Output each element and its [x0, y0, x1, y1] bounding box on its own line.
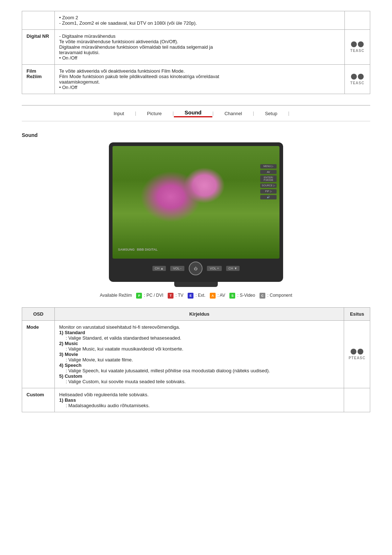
tv-logo-digital: BBB DIGITAL: [137, 248, 158, 251]
enter-btn[interactable]: ENTER/P.MODE: [260, 175, 277, 182]
tv-screen: MENU ▷ AV ENTER/P.MODE SOURCE ▷ PIP ▷ 🔊 …: [113, 146, 279, 259]
badge-t-label: : TV: [175, 293, 183, 298]
badge-s-label: : S-Video: [237, 293, 255, 298]
table-row: FilmRežiim Te võite aktiveerida või deak…: [22, 65, 370, 94]
teasc-text: TEASC: [350, 49, 364, 53]
source-btn[interactable]: SOURCE ▷: [260, 183, 277, 188]
film-line2: Film Mode funktsioon pakub teile pildikv…: [59, 74, 219, 79]
tv-logo-area: SAMSUNG BBB DIGITAL: [118, 248, 158, 251]
header-osd: OSD: [22, 308, 55, 321]
circle5: [351, 349, 356, 355]
teasc-badge: TEASC: [350, 41, 364, 53]
film-line1: Te võite aktiveerida või deaktiveerida f…: [59, 68, 185, 74]
tv-screen-inner: [113, 146, 279, 259]
custom-row: Custom Heliseaded võib reguleerida teile…: [22, 388, 370, 412]
mode-5-desc: : Valige Custom, kui soovite muuta seade…: [59, 379, 339, 384]
ch-up-btn[interactable]: CH ▲: [152, 266, 166, 271]
badge-c-label: : Component: [267, 293, 292, 298]
menu-btn[interactable]: MENU ▷: [260, 164, 277, 169]
mode-label: Mode: [22, 321, 55, 388]
mode-line0: Monitor on varustatud siseehitatud hi-fi…: [59, 324, 180, 330]
mode-content: Monitor on varustatud siseehitatud hi-fi…: [55, 321, 344, 388]
available-label: Available Režiim: [100, 293, 132, 298]
av-btn[interactable]: AV: [260, 170, 277, 174]
circle6: [358, 349, 363, 355]
pteasc-text: PTEASC: [348, 356, 366, 360]
zoom2-bullet: • Zoom 2: [59, 15, 78, 20]
row-content: • Zoom 2 - Zoom1, Zoom2 ei ole saadaval,…: [55, 11, 345, 30]
mode-row: Mode Monitor on varustatud siseehitatud …: [22, 321, 370, 388]
mode-4-desc: : Valige Speech, kui vaatate jutusaateid…: [59, 368, 339, 373]
pip-btn[interactable]: PIP ▷: [260, 189, 277, 194]
film-reziim-label: FilmRežiim: [22, 65, 55, 94]
header-kirjeldus: Kirjeldus: [55, 308, 344, 321]
nav-sep5: |: [288, 111, 289, 116]
custom-icon-cell: [344, 388, 370, 412]
digital-nr-bullet: • On /Off: [59, 55, 77, 61]
tv-image-container: MENU ▷ AV ENTER/P.MODE SOURCE ▷ PIP ▷ 🔊 …: [22, 142, 370, 287]
film-line3: vaatamiskogemust.: [59, 79, 100, 85]
badge-a: A: [210, 293, 216, 299]
nav-sound[interactable]: Sound: [174, 109, 213, 117]
mode-3-desc: : Valige Movie, kui vaatate filme.: [59, 357, 339, 362]
badge-s: S: [229, 293, 235, 299]
tv-side-buttons: MENU ▷ AV ENTER/P.MODE SOURCE ▷ PIP ▷ 🔊: [260, 164, 277, 199]
digital-nr-line1: - Digitaalne müravähendus: [59, 33, 115, 39]
film-bullet: • On /Off: [59, 85, 77, 90]
mode-5-header: 5) Custom: [59, 373, 82, 379]
circle3: [351, 74, 357, 80]
nav-input[interactable]: Input: [103, 111, 135, 116]
mode-4-header: 4) Speech: [59, 362, 81, 368]
tv-stand: [174, 282, 218, 287]
digital-nr-line3: Digitaalne müravähenduse funktsioon võim…: [59, 44, 213, 50]
circle2: [358, 41, 364, 47]
zoom2-desc: - Zoom1, Zoom2 ei ole saadaval, kui DTV …: [59, 20, 197, 26]
mode-1-header: 1) Standard: [59, 330, 85, 335]
row-label: [22, 11, 55, 30]
digital-nr-line2: Te võite müravähenduse funktsiooni aktiv…: [59, 39, 178, 44]
film-icon-cell: TEASC: [345, 65, 370, 94]
icon-cell-empty: [345, 11, 370, 30]
badge-e-label: : Ext.: [196, 293, 205, 298]
digital-nr-label: Digital NR: [22, 30, 55, 65]
badge-a-label: : AV: [217, 293, 225, 298]
mode-3-header: 3) Movie: [59, 352, 78, 357]
pteasc-badge: PTEASC: [348, 349, 366, 360]
nav-channel[interactable]: Channel: [213, 111, 253, 116]
page-wrap: • Zoom 2 - Zoom1, Zoom2 ei ole saadaval,…: [0, 0, 392, 423]
ch-down-btn[interactable]: CH ▼: [226, 266, 239, 271]
custom-content: Heliseaded võib reguleerida teile sobiva…: [55, 388, 344, 412]
custom-bass-desc: : Madalsagedusliku audio rõhutamiseks.: [59, 403, 339, 408]
bottom-table: OSD Kirjeldus Esitus Mode Monitor on var…: [22, 307, 370, 412]
badge-t: T: [168, 293, 173, 299]
badge-p: P: [136, 293, 142, 299]
circle4: [358, 74, 364, 80]
custom-label: Custom: [22, 388, 55, 412]
teasc-circles: [351, 41, 364, 47]
top-table: • Zoom 2 - Zoom1, Zoom2 ei ole saadaval,…: [22, 11, 370, 94]
digital-nr-content: - Digitaalne müravähendus Te võite mürav…: [55, 30, 345, 65]
available-bar: Available Režiim P : PC / DVI T : TV E :…: [22, 293, 370, 299]
tv-logo-samsung: SAMSUNG: [118, 248, 135, 251]
custom-bass-header: 1) Bass: [59, 397, 76, 403]
table-header-row: OSD Kirjeldus Esitus: [22, 308, 370, 321]
teasc-circles-2: [351, 74, 364, 80]
sound-section: Sound MENU ▷ AV ENTER/P.MODE SOURCE ▷ PI…: [22, 132, 370, 299]
teasc-text-2: TEASC: [350, 81, 364, 85]
header-esitus: Esitus: [344, 308, 370, 321]
speaker-btn[interactable]: 🔊: [260, 195, 277, 199]
badge-e: E: [188, 293, 193, 299]
center-btn[interactable]: ⏻: [189, 262, 203, 275]
vol-right-btn[interactable]: VOL +: [207, 266, 222, 271]
vol-left-btn[interactable]: VOL -: [170, 266, 184, 271]
mode-2-desc: : Valige Music, kui vaatate muusikavideo…: [59, 346, 339, 352]
nav-setup[interactable]: Setup: [254, 111, 288, 116]
table-row: • Zoom 2 - Zoom1, Zoom2 ei ole saadaval,…: [22, 11, 370, 30]
badge-c: C: [260, 293, 265, 299]
teasc-badge-2: TEASC: [350, 74, 364, 85]
nav-picture[interactable]: Picture: [136, 111, 172, 116]
mode-icon-cell: PTEASC: [344, 321, 370, 388]
mode-2-header: 2) Music: [59, 341, 78, 346]
digital-nr-line4: teravamaid kujutisi.: [59, 50, 99, 55]
nav-bar: Input | Picture | Sound | Channel | Setu…: [22, 105, 370, 121]
